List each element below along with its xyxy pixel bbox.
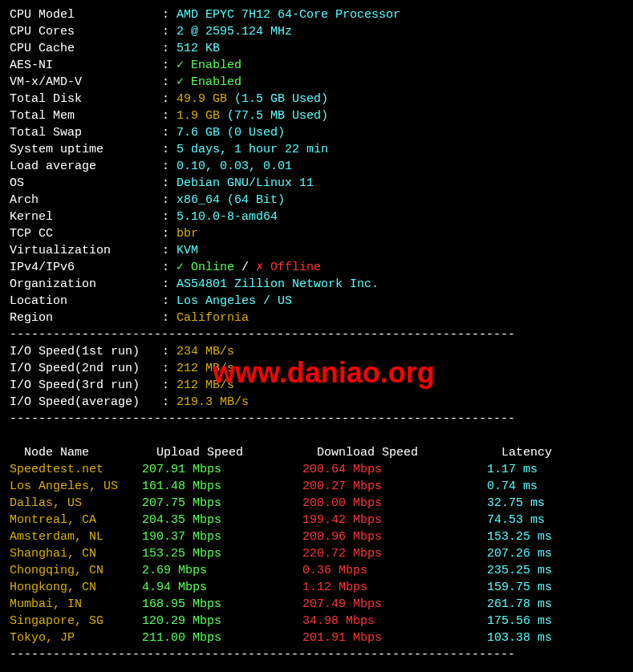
system-label: Kernel bbox=[10, 208, 162, 225]
node-name: Hongkong, CN bbox=[10, 579, 142, 596]
ipv6-status: ✗ Offline bbox=[256, 261, 321, 274]
system-label: Arch bbox=[10, 192, 162, 208]
node-name: Montreal, CA bbox=[10, 512, 142, 528]
system-label: CPU Model bbox=[10, 6, 162, 23]
system-row: Location: Los Angeles / US bbox=[10, 293, 623, 310]
latency: 159.75 ms bbox=[487, 579, 552, 596]
io-label: I/O Speed(1st run) bbox=[10, 343, 162, 360]
colon: : bbox=[162, 109, 177, 123]
system-label: System uptime bbox=[10, 141, 162, 158]
system-label: Total Disk bbox=[10, 91, 162, 107]
colon: : bbox=[162, 193, 177, 207]
upload-speed: 153.25 Mbps bbox=[142, 545, 302, 562]
io-value: 219.3 MB/s bbox=[177, 395, 249, 409]
system-value: 0.10, 0.03, 0.01 bbox=[177, 160, 292, 173]
system-value: AMD EPYC 7H12 64-Core Processor bbox=[177, 8, 400, 22]
io-row: I/O Speed(2nd run) : 212 MB/s bbox=[10, 360, 623, 377]
upload-speed: 207.91 Mbps bbox=[142, 461, 302, 478]
download-speed: 1.12 Mbps bbox=[302, 579, 487, 596]
node-name: Speedtest.net bbox=[10, 461, 142, 478]
system-row: VM-x/AMD-V: ✓ Enabled bbox=[10, 74, 623, 91]
node-name: Amsterdam, NL bbox=[10, 528, 142, 545]
colon: : bbox=[162, 294, 177, 308]
colon: : bbox=[162, 143, 177, 156]
node-name: Chongqing, CN bbox=[10, 562, 142, 579]
colon: : bbox=[162, 25, 177, 38]
system-row: CPU Cores: 2 @ 2595.124 MHz bbox=[10, 23, 623, 40]
system-row: OS: Debian GNU/Linux 11 bbox=[10, 175, 623, 192]
header-latency: Latency bbox=[501, 444, 552, 461]
system-value: ✓ Enabled bbox=[177, 75, 241, 89]
system-value: x86_64 (64 Bit) bbox=[177, 193, 285, 207]
latency: 207.26 ms bbox=[487, 545, 552, 562]
download-speed: 200.27 Mbps bbox=[302, 478, 487, 495]
colon: : bbox=[162, 126, 177, 140]
system-label: Location bbox=[10, 293, 162, 310]
io-label: I/O Speed(3rd run) bbox=[10, 377, 162, 394]
system-row: IPv4/IPv6: ✓ Online / ✗ Offline bbox=[10, 259, 623, 276]
upload-speed: 211.00 Mbps bbox=[142, 629, 302, 646]
system-value: 5.10.0-8-amd64 bbox=[177, 210, 278, 224]
system-label: OS bbox=[10, 175, 162, 192]
speedtest-row: Los Angeles, US161.48 Mbps200.27 Mbps0.7… bbox=[10, 478, 623, 495]
system-value: 5 days, 1 hour 22 min bbox=[177, 143, 328, 156]
system-value: 2 @ 2595.124 MHz bbox=[177, 25, 292, 38]
colon: : bbox=[162, 227, 177, 241]
header-node: Node Name bbox=[24, 444, 156, 461]
io-label: I/O Speed(2nd run) bbox=[10, 360, 162, 377]
speedtest-row: Hongkong, CN4.94 Mbps1.12 Mbps159.75 ms bbox=[10, 579, 623, 596]
colon: : bbox=[162, 160, 177, 173]
download-speed: 200.96 Mbps bbox=[302, 528, 487, 545]
system-value: Los Angeles / US bbox=[177, 294, 292, 308]
system-label: Virtualization bbox=[10, 242, 162, 259]
colon: : bbox=[162, 75, 177, 89]
download-speed: 199.42 Mbps bbox=[302, 512, 487, 528]
ipv-separator: / bbox=[234, 261, 256, 274]
upload-speed: 4.94 Mbps bbox=[142, 579, 302, 596]
colon: : bbox=[162, 379, 177, 392]
colon: : bbox=[162, 277, 177, 291]
node-name: Los Angeles, US bbox=[10, 478, 142, 495]
header-download: Download Speed bbox=[317, 444, 501, 461]
system-row: Total Disk: 49.9 GB (1.5 GB Used) bbox=[10, 91, 623, 107]
latency: 74.53 ms bbox=[487, 512, 545, 528]
upload-speed: 190.37 Mbps bbox=[142, 528, 302, 545]
system-label: CPU Cache bbox=[10, 40, 162, 57]
system-value: California bbox=[177, 311, 249, 325]
io-value: 234 MB/s bbox=[177, 345, 234, 358]
upload-speed: 161.48 Mbps bbox=[142, 478, 302, 495]
latency: 1.17 ms bbox=[487, 461, 538, 478]
speedtest-row: Singapore, SG120.29 Mbps34.98 Mbps175.56… bbox=[10, 613, 623, 629]
system-value-extra: (1.5 GB Used) bbox=[227, 92, 328, 106]
system-value: 512 KB bbox=[177, 42, 220, 55]
header-upload: Upload Speed bbox=[156, 444, 317, 461]
system-row: AES-NI: ✓ Enabled bbox=[10, 57, 623, 74]
system-label: IPv4/IPv6 bbox=[10, 259, 162, 276]
node-name: Dallas, US bbox=[10, 495, 142, 512]
speedtest-row: Montreal, CA204.35 Mbps199.42 Mbps74.53 … bbox=[10, 512, 623, 528]
system-row: Region: California bbox=[10, 310, 623, 326]
system-value: bbr bbox=[177, 227, 198, 241]
latency: 153.25 ms bbox=[487, 528, 552, 545]
speedtest-header: Node NameUpload SpeedDownload SpeedLaten… bbox=[10, 427, 623, 461]
latency: 235.25 ms bbox=[487, 562, 552, 579]
ipv4-status: ✓ Online bbox=[177, 261, 234, 274]
download-speed: 34.98 Mbps bbox=[302, 613, 487, 629]
io-row: I/O Speed(3rd run) : 212 MB/s bbox=[10, 377, 623, 394]
speedtest-row: Shanghai, CN153.25 Mbps220.72 Mbps207.26… bbox=[10, 545, 623, 562]
system-row: Total Swap: 7.6 GB (0 Used) bbox=[10, 124, 623, 141]
system-value: ✓ Enabled bbox=[177, 59, 241, 72]
divider-line: ----------------------------------------… bbox=[10, 326, 623, 343]
system-label: Total Mem bbox=[10, 107, 162, 124]
system-value: Debian GNU/Linux 11 bbox=[177, 176, 314, 190]
speedtest-row: Chongqing, CN2.69 Mbps0.36 Mbps235.25 ms bbox=[10, 562, 623, 579]
system-label: AES-NI bbox=[10, 57, 162, 74]
download-speed: 207.49 Mbps bbox=[302, 596, 487, 613]
download-speed: 200.00 Mbps bbox=[302, 495, 487, 512]
colon: : bbox=[162, 59, 177, 72]
system-value: 49.9 GB bbox=[177, 92, 227, 106]
divider-line: ----------------------------------------… bbox=[10, 646, 623, 663]
system-value: 7.6 GB bbox=[177, 126, 220, 140]
system-label: Organization bbox=[10, 276, 162, 293]
system-row: System uptime: 5 days, 1 hour 22 min bbox=[10, 141, 623, 158]
